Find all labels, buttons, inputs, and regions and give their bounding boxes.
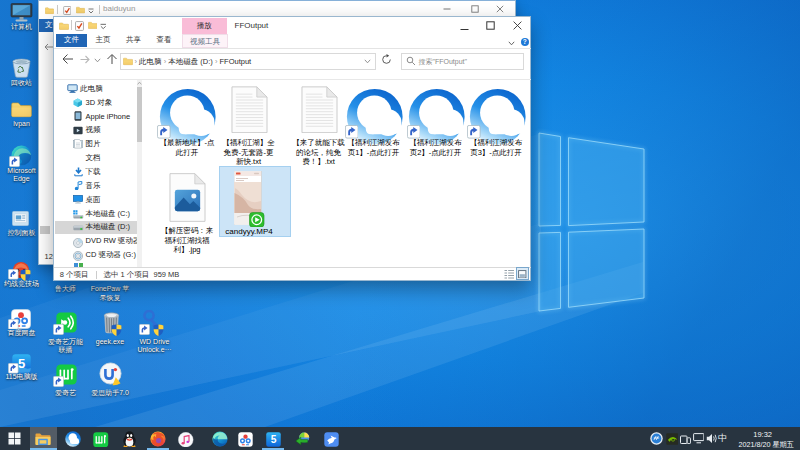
svg-text:5: 5 [270, 433, 276, 444]
